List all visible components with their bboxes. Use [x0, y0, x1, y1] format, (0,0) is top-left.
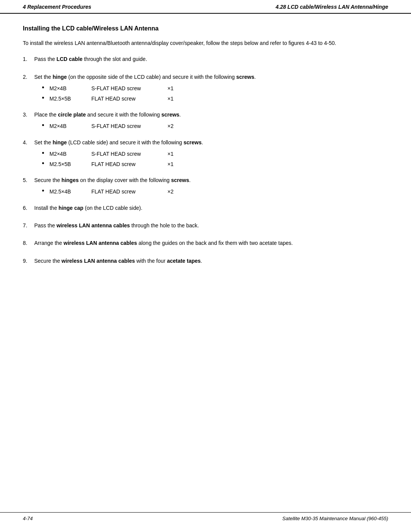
bullet-list: •M2×4BS-FLAT HEAD screw×1•M2.5×5BFLAT HE…: [42, 84, 388, 103]
step-number: 8.: [23, 239, 34, 250]
intro-text: To install the wireless LAN antenna/Blue…: [23, 39, 388, 47]
bullet-content: M2.5×5BFLAT HEAD screw×1: [49, 94, 174, 103]
step-item: 2.Set the hinge (on the opposite side of…: [23, 73, 388, 104]
screw-qty: ×1: [167, 84, 174, 93]
footer-title: Satellite M30-35 Maintenance Manual (960…: [282, 516, 388, 521]
bullet-list: •M2×4BS-FLAT HEAD screw×1•M2.5×5BFLAT HE…: [42, 150, 388, 168]
bullet-dot: •: [42, 94, 49, 102]
screw-spec: M2.5×4B: [49, 187, 91, 196]
bullet-dot: •: [42, 160, 49, 168]
step-content: Install the hinge cap (on the LCD cable …: [34, 204, 388, 215]
bullet-content: M2.5×4BFLAT HEAD screw×2: [49, 187, 174, 196]
bullet-content: M2.5×5BFLAT HEAD screw×1: [49, 160, 174, 168]
screw-type: FLAT HEAD screw: [91, 160, 167, 168]
step-item: 7.Pass the wireless LAN antenna cables t…: [23, 221, 388, 233]
step-content: Arrange the wireless LAN antenna cables …: [34, 239, 388, 250]
step-text: Pass the wireless LAN antenna cables thr…: [34, 221, 388, 230]
step-item: 1.Pass the LCD cable through the slot an…: [23, 55, 388, 66]
step-number: 3.: [23, 110, 34, 132]
bullet-content: M2×4BS-FLAT HEAD screw×1: [49, 84, 174, 93]
screw-type: FLAT HEAD screw: [91, 94, 167, 103]
step-content: Pass the wireless LAN antenna cables thr…: [34, 221, 388, 233]
step-text: Install the hinge cap (on the LCD cable …: [34, 204, 388, 212]
step-number: 1.: [23, 55, 34, 66]
bullet-dot: •: [42, 149, 49, 158]
step-content: Set the hinge (LCD cable side) and secur…: [34, 138, 388, 170]
section-title: Installing the LCD cable/Wireless LAN An…: [23, 25, 388, 32]
bullet-dot: •: [42, 187, 49, 195]
screw-type: S-FLAT HEAD screw: [91, 84, 167, 93]
bullet-item: •M2.5×4BFLAT HEAD screw×2: [42, 187, 388, 196]
step-content: Secure the wireless LAN antenna cables w…: [34, 257, 388, 268]
step-number: 4.: [23, 138, 34, 170]
bullet-dot: •: [42, 121, 49, 130]
header-bar: 4 Replacement Procedures 4.28 LCD cable/…: [0, 0, 411, 14]
step-content: Set the hinge (on the opposite side of t…: [34, 73, 388, 104]
screw-spec: M2.5×5B: [49, 94, 91, 103]
bullet-list: •M2.5×4BFLAT HEAD screw×2: [42, 187, 388, 196]
screw-qty: ×1: [167, 94, 174, 103]
screw-spec: M2×4B: [49, 84, 91, 93]
step-text: Set the hinge (on the opposite side of t…: [34, 73, 388, 81]
step-content: Place the circle plate and secure it wit…: [34, 110, 388, 132]
screw-type: S-FLAT HEAD screw: [91, 150, 167, 158]
screw-qty: ×2: [167, 187, 174, 196]
screw-type: FLAT HEAD screw: [91, 187, 167, 196]
bullet-dot: •: [42, 84, 49, 92]
bullet-content: M2×4BS-FLAT HEAD screw×1: [49, 150, 174, 158]
footer-bar: 4-74 Satellite M30-35 Maintenance Manual…: [0, 512, 411, 524]
screw-spec: M2.5×5B: [49, 160, 91, 168]
step-item: 5.Secure the hinges on the display cover…: [23, 176, 388, 198]
page-container: 4 Replacement Procedures 4.28 LCD cable/…: [0, 0, 411, 532]
header-right: 4.28 LCD cable/Wireless LAN Antenna/Hing…: [276, 4, 388, 10]
step-number: 2.: [23, 73, 34, 104]
step-content: Pass the LCD cable through the slot and …: [34, 55, 388, 66]
step-number: 5.: [23, 176, 34, 198]
bullet-item: •M2.5×5BFLAT HEAD screw×1: [42, 160, 388, 168]
step-text: Secure the hinges on the display cover w…: [34, 176, 388, 184]
bullet-content: M2×4BS-FLAT HEAD screw×2: [49, 122, 174, 130]
step-number: 6.: [23, 204, 34, 215]
screw-qty: ×1: [167, 150, 174, 158]
steps-list: 1.Pass the LCD cable through the slot an…: [23, 55, 388, 268]
screw-spec: M2×4B: [49, 122, 91, 130]
step-text: Secure the wireless LAN antenna cables w…: [34, 257, 388, 265]
bullet-item: •M2.5×5BFLAT HEAD screw×1: [42, 94, 388, 103]
step-item: 3.Place the circle plate and secure it w…: [23, 110, 388, 132]
step-text: Pass the LCD cable through the slot and …: [34, 55, 388, 63]
step-text: Place the circle plate and secure it wit…: [34, 110, 388, 119]
step-number: 7.: [23, 221, 34, 233]
footer-page-number: 4-74: [23, 516, 33, 521]
step-text: Arrange the wireless LAN antenna cables …: [34, 239, 388, 247]
step-item: 6.Install the hinge cap (on the LCD cabl…: [23, 204, 388, 215]
bullet-item: •M2×4BS-FLAT HEAD screw×1: [42, 150, 388, 158]
step-item: 9.Secure the wireless LAN antenna cables…: [23, 257, 388, 268]
screw-spec: M2×4B: [49, 150, 91, 158]
step-item: 8.Arrange the wireless LAN antenna cable…: [23, 239, 388, 250]
step-text: Set the hinge (LCD cable side) and secur…: [34, 138, 388, 147]
header-left: 4 Replacement Procedures: [23, 4, 91, 10]
content-area: Installing the LCD cable/Wireless LAN An…: [0, 25, 411, 297]
step-item: 4.Set the hinge (LCD cable side) and sec…: [23, 138, 388, 170]
step-content: Secure the hinges on the display cover w…: [34, 176, 388, 198]
step-number: 9.: [23, 257, 34, 268]
screw-qty: ×2: [167, 122, 174, 130]
bullet-list: •M2×4BS-FLAT HEAD screw×2: [42, 122, 388, 130]
screw-type: S-FLAT HEAD screw: [91, 122, 167, 130]
bullet-item: •M2×4BS-FLAT HEAD screw×1: [42, 84, 388, 93]
bullet-item: •M2×4BS-FLAT HEAD screw×2: [42, 122, 388, 130]
screw-qty: ×1: [167, 160, 174, 168]
